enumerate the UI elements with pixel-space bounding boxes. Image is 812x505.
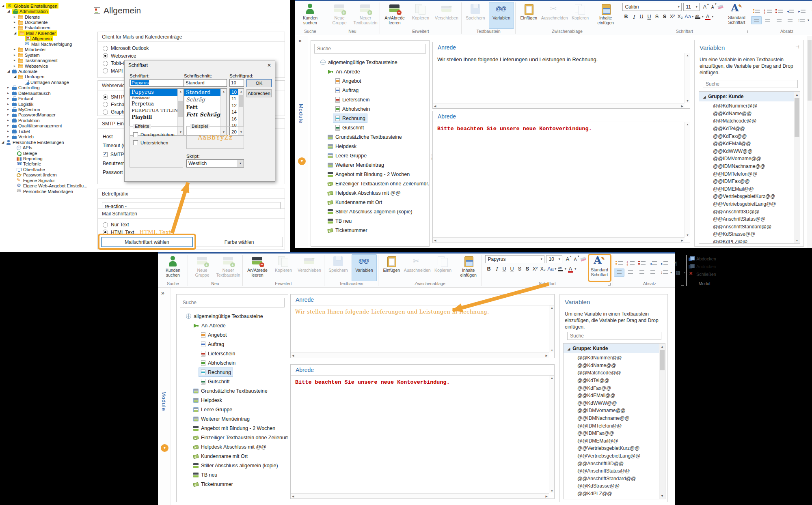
textblock-tree-item[interactable]: Auftrag — [177, 340, 288, 349]
cancel-button[interactable]: Abbrechen — [246, 89, 272, 97]
variable-item[interactable]: @@KdNummer@@ — [699, 102, 794, 110]
expander-icon[interactable] — [14, 54, 18, 57]
strikethrough-button[interactable] — [516, 265, 524, 273]
ribbon-button[interactable]: Ausschneiden — [542, 2, 567, 29]
textblock-tree-item[interactable]: allgemeingültige Textbausteine — [177, 312, 288, 321]
smtp-auth-checkbox[interactable] — [103, 152, 108, 157]
align-left-button[interactable] — [614, 269, 624, 277]
ribbon-button[interactable]: Einfügen — [516, 2, 541, 29]
ribbon-button[interactable]: Kopieren — [271, 254, 296, 281]
textblock-tree-item[interactable]: TB neu — [177, 470, 288, 479]
font-size-item[interactable]: 10 — [230, 89, 238, 95]
align-center-button[interactable] — [625, 269, 636, 277]
settings-tree-item[interactable]: Dienste — [0, 14, 88, 19]
font-style-input[interactable]: Standard — [184, 79, 227, 87]
shrink-font-button[interactable] — [572, 255, 579, 263]
ribbon-button[interactable]: Speichern — [326, 254, 351, 281]
line-spacing-button[interactable] — [659, 269, 669, 277]
align-right-button[interactable] — [774, 16, 784, 24]
variable-group-header[interactable]: Gruppe: Kunde — [564, 344, 665, 353]
variable-item[interactable]: @@KdEMail@@ — [699, 140, 794, 148]
align-left-button[interactable] — [751, 16, 762, 24]
highlight-color-button[interactable] — [557, 265, 564, 273]
settings-tree-item[interactable]: Mail / Kalender — [0, 30, 88, 36]
standard-font-button[interactable]: A Standard Schriftart — [589, 255, 611, 281]
expander-icon[interactable] — [7, 70, 12, 73]
font-size-input[interactable]: 10 — [229, 79, 244, 87]
textblock-tree-item[interactable]: Abholschein — [311, 104, 429, 114]
variable-item[interactable]: @@IDMFax@@ — [699, 178, 794, 185]
increase-indent-button[interactable] — [797, 7, 807, 15]
textblock-tree-item[interactable]: Einzeiliger Textbaustein ohne Zeilenumbr… — [311, 179, 429, 188]
variable-item[interactable]: @@IDMVorname@@ — [564, 407, 659, 415]
font-list-item[interactable]: Perpetua — [130, 101, 177, 107]
font-style-item[interactable]: Fett Schräg — [184, 111, 221, 118]
font-style-item[interactable]: Fett — [184, 104, 221, 111]
underline-checkbox[interactable] — [133, 140, 138, 145]
expander-icon[interactable] — [14, 64, 18, 68]
highlight-color-button[interactable] — [694, 13, 702, 21]
change-case-button[interactable] — [684, 13, 692, 21]
expander-icon[interactable] — [7, 113, 12, 116]
variable-item[interactable]: @@KdWWW@@ — [699, 148, 794, 155]
settings-tree-item[interactable]: Einkauf — [0, 96, 88, 101]
ribbon-button[interactable]: Neuer Textbaustein — [216, 254, 241, 281]
settings-tree-item[interactable]: Eigene Signatur — [0, 178, 88, 183]
bullet-list-button[interactable] — [614, 260, 624, 268]
expander-icon[interactable] — [7, 124, 12, 127]
textblock-tree-item[interactable]: Stiller Abschluss allgemein (kopie) — [311, 207, 429, 216]
horizontal-scrollbar[interactable]: ◀▶ — [433, 237, 685, 243]
ribbon-button[interactable]: Kopieren — [568, 2, 593, 29]
clear-formatting-button[interactable] — [579, 255, 587, 263]
textblock-tree-item[interactable]: Angebot — [311, 76, 429, 86]
font-size-item[interactable]: 12 — [230, 102, 238, 109]
dialog-launcher-icon[interactable] — [745, 30, 748, 33]
textblock-tree-item[interactable]: Kundenname mit Ort — [177, 451, 288, 461]
tree-search-input[interactable] — [180, 298, 285, 307]
font-family-select[interactable]: Calibri▾ — [622, 3, 682, 11]
settings-tree-item[interactable]: Passwort ändern — [0, 172, 88, 178]
expander-icon[interactable] — [14, 26, 18, 29]
textblock-tree-item[interactable]: Abholschein — [177, 358, 288, 367]
decrease-indent-button[interactable] — [785, 7, 796, 15]
settings-tree-item[interactable]: Dokumente — [0, 19, 88, 25]
bullet-list-button[interactable] — [751, 7, 762, 15]
ribbon-button[interactable]: Verschieben — [297, 254, 322, 281]
module-strip-badge-icon[interactable] — [161, 444, 168, 452]
ribbon-button[interactable]: An/Abrede leeren — [245, 254, 270, 281]
splitter-handle[interactable]: ⋮⋮⋮ — [430, 155, 432, 159]
ribbon-button[interactable]: Kunden suchen — [160, 254, 186, 281]
settings-tree-item[interactable]: PasswordManager — [0, 112, 88, 118]
variable-item[interactable]: @@IDMEMail@@ — [564, 437, 659, 445]
ribbon-button[interactable]: Verschieben — [434, 2, 459, 29]
textblock-tree-item[interactable]: Auftrag — [311, 86, 429, 95]
textblock-tree-item[interactable]: Weiterer Menüeintrag — [177, 414, 288, 423]
multilevel-list-button[interactable] — [637, 260, 647, 268]
radio-icon[interactable] — [103, 68, 108, 73]
font-list-item[interactable]: Papyrus — [130, 89, 177, 96]
textblock-tree-item[interactable]: Gutschrift — [177, 377, 288, 386]
change-case-button[interactable] — [547, 265, 555, 273]
ribbon-button[interactable]: An/Abrede leeren — [382, 2, 407, 29]
subscript-button[interactable] — [676, 13, 684, 21]
settings-tree-item[interactable]: Produktion — [0, 118, 88, 123]
settings-tree-item[interactable]: MyCentron — [0, 107, 88, 112]
textblock-tree-item[interactable]: Gutschrift — [311, 123, 429, 132]
settings-tree-item[interactable]: System — [0, 52, 88, 58]
justify-button[interactable] — [648, 269, 658, 277]
paragraph-marks-button[interactable] — [808, 7, 812, 15]
bold-button[interactable] — [485, 265, 493, 273]
font-size-select[interactable]: 11▾ — [683, 3, 700, 11]
textblock-tree-item[interactable]: allgemeingültige Textbausteine — [311, 58, 429, 67]
expander-icon[interactable] — [7, 135, 12, 138]
font-size-select[interactable]: 10▾ — [546, 255, 562, 263]
vertical-scrollbar[interactable]: ▲▼ — [549, 305, 554, 352]
double-underline-button[interactable] — [508, 265, 516, 273]
horizontal-scrollbar[interactable]: ◀▶ — [291, 352, 549, 358]
ribbon-button[interactable]: Kopieren — [408, 2, 433, 29]
variable-item[interactable]: @@KdFax@@ — [564, 384, 659, 392]
tree-search-input[interactable] — [314, 44, 426, 54]
strikethrough-button[interactable] — [653, 13, 661, 21]
radio-icon[interactable] — [103, 46, 108, 51]
expander-icon[interactable] — [568, 346, 570, 351]
